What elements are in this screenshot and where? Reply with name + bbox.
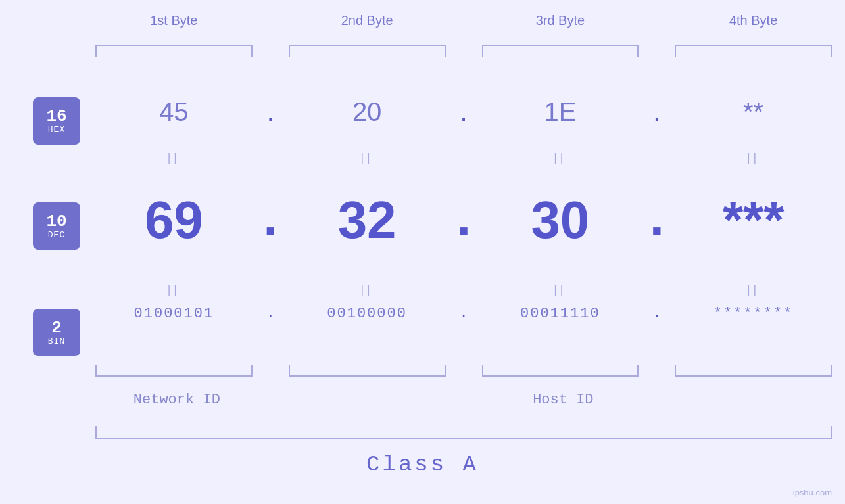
bin-row: 01000101 . 00100000 . 00011110 . *******… (95, 306, 832, 322)
hex-badge-number: 16 (46, 108, 66, 125)
id-labels-row: Network ID Host ID (95, 392, 832, 408)
bin-byte3: 00011110 (482, 306, 639, 322)
dec-byte1: 69 (95, 190, 253, 250)
bin-dot3: . (639, 306, 675, 322)
dec-dot2: . (446, 187, 482, 253)
header-byte1: 1st Byte (95, 13, 253, 28)
bin-badge-number: 2 (51, 319, 62, 336)
hex-badge: 16 HEX (33, 97, 80, 145)
eq2-b2: || (289, 283, 446, 296)
top-bracket-b2 (289, 45, 446, 57)
bin-badge: 2 BIN (33, 309, 80, 356)
bin-byte2: 00100000 (289, 306, 446, 322)
hex-dot1: . (253, 97, 289, 127)
hex-byte4: ** (675, 97, 832, 127)
hex-byte2: 20 (289, 97, 446, 127)
dec-byte2: 32 (289, 190, 446, 250)
top-bracket-row (95, 45, 832, 57)
eq1-b1: || (95, 151, 253, 165)
dec-byte4: *** (675, 190, 832, 250)
bin-dot1: . (253, 306, 289, 322)
bin-byte4: ******** (675, 306, 832, 322)
header-byte4: 4th Byte (675, 13, 832, 28)
hex-byte3: 1E (482, 97, 639, 127)
host-id-label: Host ID (295, 392, 832, 408)
bin-badge-label: BIN (48, 336, 65, 346)
dec-byte3: 30 (482, 190, 639, 250)
bottom-bracket-net (95, 365, 253, 377)
dec-badge-number: 10 (46, 213, 66, 230)
eq2-b1: || (95, 283, 253, 296)
eq2-b3: || (482, 283, 639, 296)
page-container: 1st Byte 2nd Byte 3rd Byte 4th Byte 16 H… (0, 0, 845, 504)
column-headers: 1st Byte 2nd Byte 3rd Byte 4th Byte (95, 13, 832, 28)
network-id-label: Network ID (95, 392, 258, 408)
hex-badge-label: HEX (48, 125, 65, 135)
top-bracket-b1 (95, 45, 253, 57)
class-label: Class A (0, 452, 845, 477)
dec-badge: 10 DEC (33, 202, 80, 250)
watermark: ipshu.com (793, 488, 832, 497)
bottom-bracket-host3 (482, 365, 639, 377)
hex-dot3: . (639, 97, 675, 127)
equals-row-2: || || || || (95, 283, 832, 296)
dec-dot1: . (253, 187, 289, 253)
eq1-b2: || (289, 151, 446, 165)
eq1-b3: || (482, 151, 639, 165)
dec-dot3: . (639, 187, 675, 253)
class-bracket (95, 426, 832, 439)
hex-dot2: . (446, 97, 482, 127)
header-byte2: 2nd Byte (289, 13, 446, 28)
eq2-b4: || (675, 283, 832, 296)
bottom-bracket-area (95, 365, 832, 377)
bottom-bracket-host2 (289, 365, 446, 377)
header-byte3: 3rd Byte (482, 13, 639, 28)
dec-row: 69 . 32 . 30 . *** (95, 187, 832, 253)
bin-dot2: . (446, 306, 482, 322)
hex-row: 45 . 20 . 1E . ** (95, 97, 832, 127)
dec-badge-label: DEC (48, 230, 65, 240)
bin-byte1: 01000101 (95, 306, 253, 322)
hex-byte1: 45 (95, 97, 253, 127)
top-bracket-b3 (482, 45, 639, 57)
eq1-b4: || (675, 151, 832, 165)
top-bracket-b4 (675, 45, 832, 57)
equals-row-1: || || || || (95, 151, 832, 165)
bottom-bracket-host4 (675, 365, 832, 377)
